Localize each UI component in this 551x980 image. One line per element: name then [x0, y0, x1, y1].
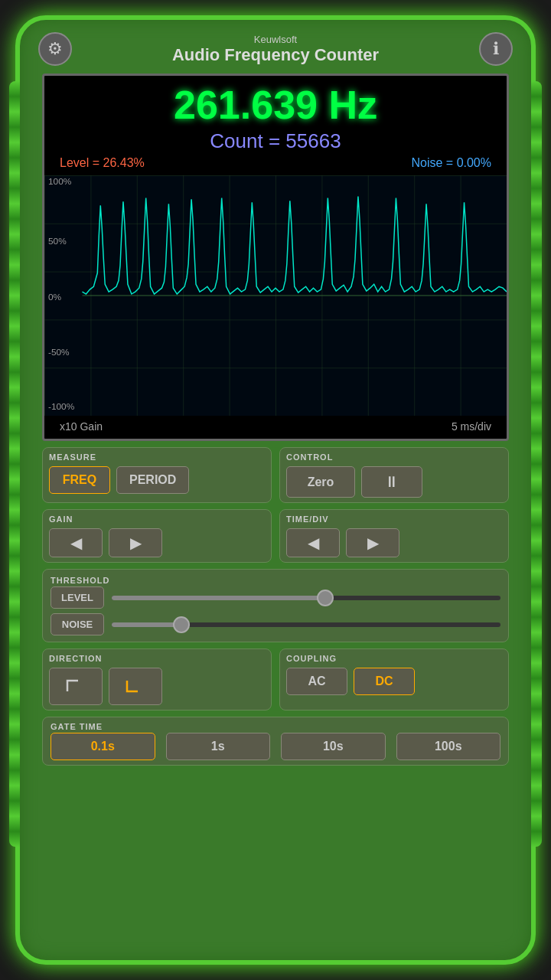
- noise-slider-track[interactable]: [112, 622, 500, 627]
- noise-display: Noise = 0.00%: [411, 156, 491, 170]
- timediv-decrease-button[interactable]: ◀: [286, 528, 340, 557]
- timediv-label: TIME/DIV: [286, 514, 502, 524]
- gain-label: GAIN: [49, 514, 265, 524]
- settings-button[interactable]: ⚙: [38, 32, 72, 66]
- gate-1s-button[interactable]: 1s: [166, 733, 271, 760]
- info-button[interactable]: ℹ: [479, 32, 513, 66]
- gate-100s-button[interactable]: 100s: [396, 733, 501, 760]
- level-threshold-row: LEVEL: [51, 586, 500, 609]
- settings-icon: ⚙: [47, 39, 63, 59]
- gain-timediv-row: GAIN ◀ ▶ TIME/DIV ◀ ▶: [42, 509, 509, 563]
- measure-control-row: MEASURE FREQ PERIOD CONTROL Zero ⏸: [42, 447, 509, 503]
- brand-label: Keuwlsoft: [254, 34, 297, 45]
- x-gain-label: x10 Gain: [60, 420, 103, 433]
- direction-label: DIRECTION: [49, 654, 265, 663]
- svg-text:50%: 50%: [48, 236, 67, 247]
- header: ⚙ Keuwlsoft Audio Frequency Counter ℹ: [28, 29, 523, 69]
- gain-increase-button[interactable]: ▶: [109, 528, 162, 557]
- controls-panel: MEASURE FREQ PERIOD CONTROL Zero ⏸ GAIN …: [42, 447, 509, 766]
- gate-10s-button[interactable]: 10s: [281, 733, 386, 760]
- measure-group: MEASURE FREQ PERIOD: [42, 447, 272, 503]
- device-body: ⚙ Keuwlsoft Audio Frequency Counter ℹ 26…: [15, 15, 536, 965]
- measure-label: MEASURE: [49, 452, 265, 462]
- level-slider-track[interactable]: [112, 596, 500, 600]
- coupling-ac-button[interactable]: AC: [286, 668, 347, 695]
- zero-button[interactable]: Zero: [286, 466, 355, 498]
- oscilloscope-display: 261.639 Hz Count = 55663 Level = 26.43% …: [42, 74, 509, 441]
- gain-decrease-button[interactable]: ◀: [49, 528, 103, 557]
- period-button[interactable]: PERIOD: [116, 466, 189, 494]
- level-display: Level = 26.43%: [60, 156, 145, 170]
- app-name-label: Audio Frequency Counter: [172, 45, 379, 65]
- svg-text:-50%: -50%: [48, 348, 70, 358]
- coupling-dc-button[interactable]: DC: [354, 668, 415, 695]
- coupling-group: COUPLING AC DC: [279, 648, 509, 710]
- svg-text:0%: 0%: [48, 292, 62, 302]
- noise-threshold-row: NOISE: [51, 613, 500, 635]
- gain-group: GAIN ◀ ▶: [42, 509, 272, 563]
- control-label: CONTROL: [286, 452, 502, 462]
- svg-text:100%: 100%: [48, 176, 72, 187]
- direction-up-button[interactable]: [49, 668, 103, 705]
- noise-button[interactable]: NOISE: [51, 613, 104, 635]
- frequency-display: 261.639 Hz: [44, 82, 507, 128]
- gate-01s-button[interactable]: 0.1s: [51, 733, 155, 760]
- coupling-label: COUPLING: [286, 654, 502, 663]
- info-icon: ℹ: [493, 39, 499, 59]
- direction-group: DIRECTION: [42, 648, 272, 710]
- gate-time-label: GATE TIME: [51, 722, 500, 731]
- direction-coupling-row: DIRECTION COUPLING AC DC: [42, 648, 509, 710]
- svg-text:-100%: -100%: [48, 401, 75, 412]
- pause-button[interactable]: ⏸: [361, 466, 422, 498]
- timediv-increase-button[interactable]: ▶: [346, 528, 399, 557]
- x-timediv-label: 5 ms/div: [452, 420, 491, 433]
- count-display: Count = 55663: [44, 129, 507, 153]
- threshold-label: THRESHOLD: [51, 576, 500, 585]
- threshold-group: THRESHOLD LEVEL NOISE: [42, 569, 509, 642]
- control-group: CONTROL Zero ⏸: [279, 447, 509, 503]
- direction-down-button[interactable]: [109, 668, 162, 705]
- freq-button[interactable]: FREQ: [49, 466, 110, 494]
- header-title: Keuwlsoft Audio Frequency Counter: [172, 34, 379, 65]
- level-button[interactable]: LEVEL: [51, 586, 104, 609]
- waveform-graph: 100% 50% 0% -50% -100%: [44, 175, 507, 416]
- timediv-group: TIME/DIV ◀ ▶: [279, 509, 509, 563]
- gate-time-group: GATE TIME 0.1s 1s 10s 100s: [42, 717, 509, 766]
